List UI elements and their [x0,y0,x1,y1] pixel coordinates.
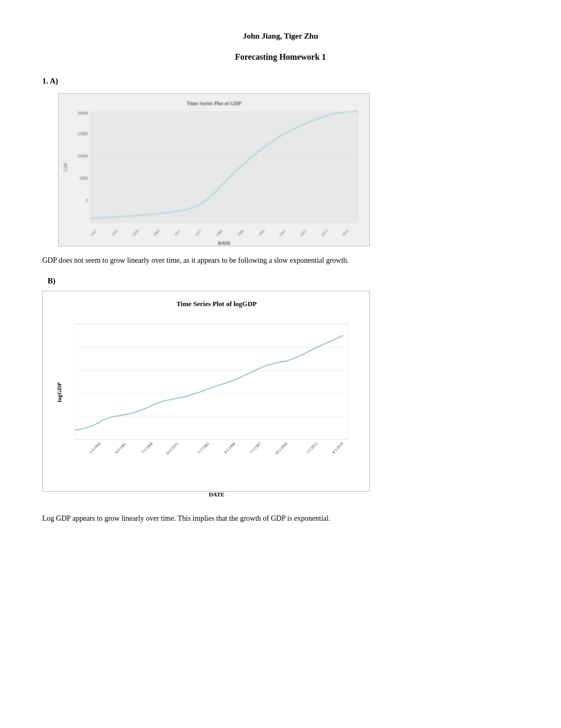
svg-text:15000: 15000 [78,132,88,136]
svg-text:20000: 20000 [78,111,88,116]
svg-text:5000: 5000 [80,176,88,181]
chart-a-svg: Time Series Plot of GDP 20000 15000 1000… [59,94,369,246]
chart-a-description: GDP does not seem to grow linearly over … [42,255,519,266]
chart-b-outer: Time Series Plot of logGDP logGDP DATE [42,291,370,500]
hw-title: Forecasting Homework 1 [42,52,519,62]
svg-rect-27 [74,324,348,439]
authors: John Jiang, Tiger Zhu [42,32,519,41]
y-axis-label: logGDP [56,382,62,402]
chart-b-description: Log GDP appears to grow linearly over ti… [42,513,519,524]
chart-b-title: Time Series Plot of logGDP [74,300,359,308]
x-axis-label: DATE [209,491,225,497]
sub-b: B) Time Series Plot of logGDP logGDP DAT… [42,277,519,524]
chart-b-svg: 10.0 9.5 9.0 8.5 8.0 7.5 1/1/1947 [74,312,359,472]
svg-text:DATE: DATE [218,241,231,246]
problem-1: 1. A) Time Series Plot of GDP 20000 1500… [42,77,519,524]
problem-label: 1. A) [42,77,519,86]
svg-text:GDP: GDP [63,163,68,171]
sub-b-label: B) [48,277,519,285]
chart-b-plot: logGDP DATE [74,312,359,472]
svg-text:0: 0 [86,198,88,203]
chart-a-inner: Time Series Plot of GDP 20000 15000 1000… [59,94,369,246]
chart-b-container: Time Series Plot of logGDP logGDP DATE [42,291,370,492]
svg-text:10000: 10000 [78,154,88,159]
svg-rect-1 [91,112,358,223]
chart-a-container: Time Series Plot of GDP 20000 15000 1000… [58,93,370,246]
chart-a-title: Time Series Plot of GDP [186,100,241,106]
